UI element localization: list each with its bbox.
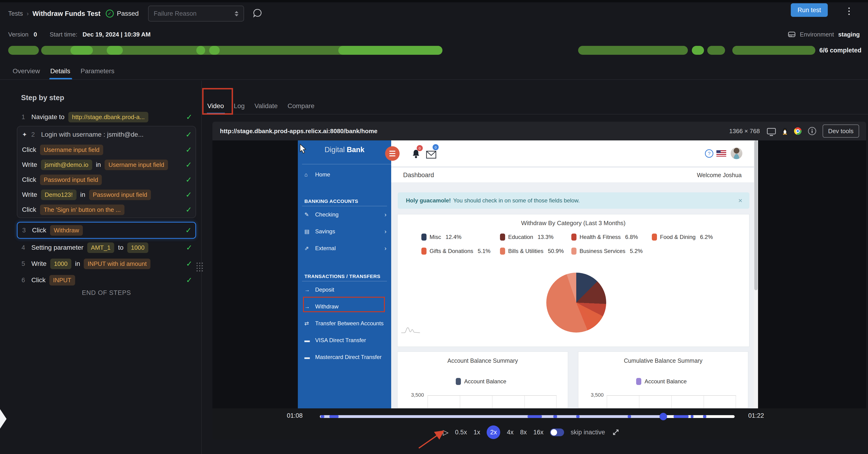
step-number: 6: [22, 277, 26, 284]
bank-logo: Digital Bank: [298, 146, 391, 154]
step-row[interactable]: WriteDemo123!inPassword input field✓: [17, 187, 195, 202]
step-row[interactable]: ✦2Login with username : jsmith@de...✓: [17, 127, 195, 142]
timeline-marker[interactable]: [703, 415, 706, 418]
mail-icon[interactable]: [426, 151, 436, 159]
hamburger-menu-button[interactable]: [385, 146, 400, 161]
speed-4x[interactable]: 4x: [507, 429, 514, 436]
speed-0.5x[interactable]: 0.5x: [455, 429, 467, 436]
timeline-playhead[interactable]: [659, 413, 667, 420]
avatar[interactable]: [731, 147, 742, 159]
withdraw-category-card: Withdraw By Category (Last 3 Months) Mis…: [397, 214, 749, 347]
sidebar-item-visa-direct-transfer[interactable]: ▬VISA Direct Transfer: [298, 332, 391, 349]
fullscreen-icon[interactable]: [612, 428, 620, 436]
timeline-marker[interactable]: [691, 415, 693, 418]
linux-icon: [782, 127, 788, 135]
tab-details[interactable]: Details: [50, 63, 70, 80]
comment-icon[interactable]: [252, 8, 263, 19]
timeline-marker[interactable]: [628, 415, 631, 418]
scrollbar-thumb[interactable]: [754, 141, 757, 290]
legend-swatch: [500, 248, 505, 254]
sidebar-item-home[interactable]: ⌂Home: [298, 166, 391, 183]
step-row[interactable]: 1Navigate tohttp://stage.dbank.prod-a...…: [17, 110, 196, 124]
dev-tools-button[interactable]: Dev tools: [823, 124, 859, 138]
progress-highlight: [692, 46, 704, 55]
video-tab-log[interactable]: Log: [234, 98, 245, 114]
speed-16x[interactable]: 16x: [533, 429, 544, 436]
step-row[interactable]: ClickThe 'Sign in' button on the ...✓: [17, 202, 195, 217]
bell-badge: 0: [417, 145, 423, 151]
speed-8x[interactable]: 8x: [520, 429, 527, 436]
legend-swatch: [422, 234, 427, 241]
iframe-scrollbar[interactable]: [754, 141, 758, 408]
legend-item: Business Services5.2%: [571, 248, 643, 254]
step-check-icon: ✓: [186, 259, 192, 268]
player-url-tools: 1366 × 768 Dev tools: [729, 124, 859, 138]
cumulative-balance-title: Cumulative Balance Summary: [578, 357, 748, 364]
sidebar-item-transfer-between-accounts[interactable]: ⇄Transfer Between Accounts: [298, 315, 391, 332]
sidebar-item-external[interactable]: ⇗External›: [298, 240, 391, 257]
skip-inactive-toggle[interactable]: [550, 428, 564, 436]
progress-highlight: [209, 46, 220, 55]
step-check-icon: ✓: [186, 113, 192, 121]
timeline-marker[interactable]: [674, 415, 688, 418]
timeline-marker[interactable]: [330, 415, 339, 418]
timeline-marker[interactable]: [321, 415, 324, 418]
legend-swatch: [571, 248, 577, 254]
more-menu-icon[interactable]: [847, 6, 851, 17]
timeline-track[interactable]: [320, 415, 735, 418]
bank-sidebar: Digital Bank ⌂HomeBANKING ACCOUNTS✎Check…: [298, 141, 391, 408]
legend-swatch: [636, 378, 641, 385]
info-icon[interactable]: [808, 127, 816, 135]
legend-item: Education13.3%: [500, 234, 554, 241]
sidebar-item-deposit[interactable]: →Deposit: [298, 281, 391, 298]
step-group: ✦2Login with username : jsmith@de...✓Cli…: [17, 126, 196, 218]
panel-resize-handle[interactable]: [196, 263, 203, 271]
step-row[interactable]: 6ClickINPUT✓: [17, 272, 196, 288]
legend-swatch: [456, 378, 461, 385]
tab-parameters[interactable]: Parameters: [81, 63, 115, 80]
step-row[interactable]: ClickUsername input field✓: [17, 142, 195, 157]
panel-expand-arrow[interactable]: [0, 409, 6, 429]
timeline-marker[interactable]: [553, 415, 557, 418]
video-tab-validate[interactable]: Validate: [254, 98, 278, 114]
sidebar-item-checking[interactable]: ✎Checking›: [298, 206, 391, 223]
run-test-button[interactable]: Run test: [791, 3, 828, 17]
step-row[interactable]: 5Write1000inINPUT with id amount✓: [17, 255, 196, 272]
speed-1x[interactable]: 1x: [473, 429, 480, 436]
run-progress-bar[interactable]: [8, 46, 815, 55]
progress-highlight: [338, 46, 442, 55]
steps-list: 1Navigate tohttp://stage.dbank.prod-a...…: [17, 110, 196, 288]
step-row[interactable]: 4Setting parameterAMT_1to1000✓: [17, 240, 196, 255]
tab-overview[interactable]: Overview: [12, 63, 40, 80]
step-action-text: Navigate to: [31, 113, 65, 121]
step-value-badge: http://stage.dbank.prod-a...: [68, 112, 149, 122]
help-icon[interactable]: ?: [705, 149, 713, 158]
step-row[interactable]: ClickPassword input field✓: [17, 172, 195, 187]
video-tab-compare[interactable]: Compare: [287, 98, 314, 114]
sidebar-item-label: Checking: [315, 211, 339, 218]
step-number: 1: [22, 114, 26, 121]
legend-name: Education: [508, 234, 533, 240]
step-action-text: in: [80, 191, 85, 199]
step-value-badge: 1000: [50, 259, 71, 269]
sidebar-item-savings[interactable]: ▤Savings›: [298, 223, 391, 240]
step-target-badge: Username input field: [104, 160, 168, 170]
alert-close-icon[interactable]: ×: [738, 196, 742, 205]
pie-chart-title: Withdraw By Category (Last 3 Months): [398, 219, 749, 227]
step-row[interactable]: 3ClickWithdraw✓: [17, 222, 196, 239]
failure-reason-select[interactable]: Failure Reason: [148, 6, 244, 22]
savings-icon: ▤: [304, 229, 315, 235]
external-icon: ⇗: [304, 245, 315, 251]
speed-2x[interactable]: 2x: [487, 425, 500, 439]
step-target-badge: INPUT: [50, 275, 75, 285]
sidebar-item-mastercard-direct-transfer[interactable]: ▬Mastercard Direct Transfer: [298, 349, 391, 366]
step-row[interactable]: Writejsmith@demo.ioinUsername input fiel…: [17, 157, 195, 172]
timeline-marker[interactable]: [528, 415, 541, 418]
dashboard-title: Dashboard: [403, 172, 434, 179]
breadcrumb-tests[interactable]: Tests: [8, 10, 23, 17]
language-flag-icon[interactable]: [716, 150, 726, 157]
step-action-text: Click: [31, 276, 45, 284]
video-stage[interactable]: Digital Bank ⌂HomeBANKING ACCOUNTS✎Check…: [212, 141, 866, 408]
step-check-icon: ✓: [186, 175, 192, 184]
timeline-marker[interactable]: [576, 415, 580, 418]
